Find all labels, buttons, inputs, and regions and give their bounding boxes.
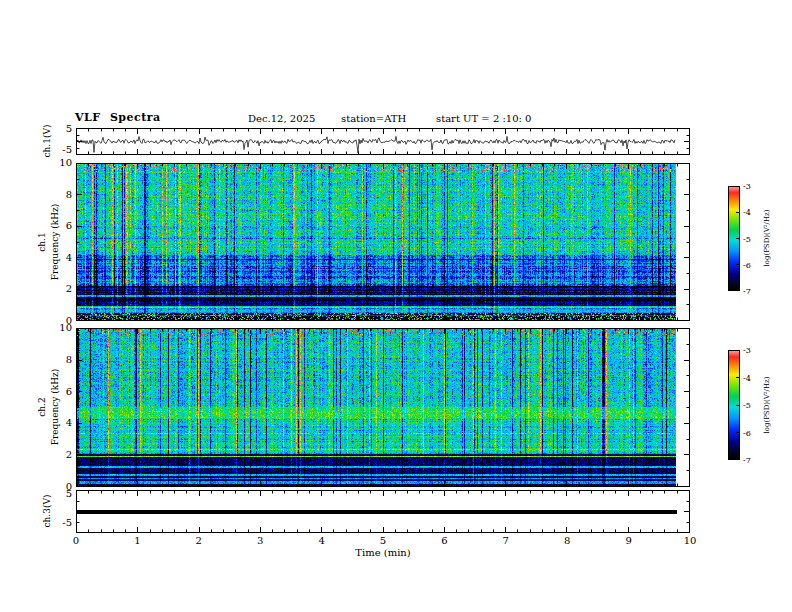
x-tick-label: 1	[127, 536, 147, 546]
colorbar-tick-label: -4	[743, 208, 761, 217]
colorbar-tick-label: -5	[743, 235, 761, 244]
freq-tick-label: 10	[44, 323, 72, 333]
ch2-spec-channel-label: ch.2	[37, 397, 47, 416]
colorbar-tick-label: -6	[743, 429, 761, 438]
colorbar-tick-label: -3	[743, 182, 761, 191]
date-label: Dec.12, 2025	[248, 113, 315, 124]
ch2-colorbar-label: log(PSD)(V²/Hz)	[763, 377, 771, 434]
x-tick-label: 3	[250, 536, 270, 546]
x-tick-label: 9	[619, 536, 639, 546]
station-label: station=ATH	[341, 113, 406, 124]
x-tick-label: 6	[434, 536, 454, 546]
freq-tick-label: 4	[44, 253, 72, 263]
ch3-waveform-canvas	[76, 490, 690, 533]
freq-tick-label: 8	[44, 190, 72, 200]
freq-tick-label: 6	[44, 387, 72, 397]
ch3-wave-ytick-bottom: -5	[44, 518, 72, 528]
ch1-spec-ylabel: Frequency (kHz)	[50, 204, 60, 281]
ch2-spec-ylabel: Frequency (kHz)	[50, 369, 60, 446]
ch2-spectrogram-canvas	[76, 328, 690, 487]
ch1-spectrogram-canvas	[76, 163, 690, 321]
freq-tick-label: 10	[44, 158, 72, 168]
colorbar-tick-label: -5	[743, 401, 761, 410]
x-axis-title: Time (min)	[355, 547, 410, 558]
ch1-waveform-canvas	[76, 128, 690, 155]
freq-tick-label: 4	[44, 418, 72, 428]
ch1-wave-ytick-bottom: -5	[44, 145, 72, 155]
colorbar-tick-label: -7	[743, 287, 761, 296]
ch1-wave-ytick-top: 5	[44, 124, 72, 134]
colorbar-tick-label: -4	[743, 374, 761, 383]
colorbar-tick-label: -7	[743, 456, 761, 465]
colorbar-tick-label: -3	[743, 346, 761, 355]
x-tick-label: 8	[557, 536, 577, 546]
freq-tick-label: 2	[44, 284, 72, 294]
ch1-colorbar-label: log(PSD)(V²/Hz)	[763, 210, 771, 267]
freq-tick-label: 0	[44, 482, 72, 492]
ch1-colorbar	[728, 186, 740, 291]
freq-tick-label: 8	[44, 355, 72, 365]
vlf-spectra-figure: VLF Spectra Dec.12, 2025 station=ATH sta…	[0, 0, 792, 612]
start-ut-label: start UT = 2 :10: 0	[436, 113, 531, 124]
x-tick-label: 5	[373, 536, 393, 546]
x-tick-label: 10	[680, 536, 700, 546]
x-tick-label: 0	[66, 536, 86, 546]
x-tick-label: 4	[312, 536, 332, 546]
freq-tick-label: 6	[44, 221, 72, 231]
ch2-colorbar	[728, 350, 740, 460]
freq-tick-label: 2	[44, 450, 72, 460]
page-title: VLF Spectra	[75, 112, 161, 123]
colorbar-tick-label: -6	[743, 261, 761, 270]
x-tick-label: 2	[189, 536, 209, 546]
ch1-spec-channel-label: ch.1	[37, 232, 47, 251]
x-tick-label: 7	[496, 536, 516, 546]
